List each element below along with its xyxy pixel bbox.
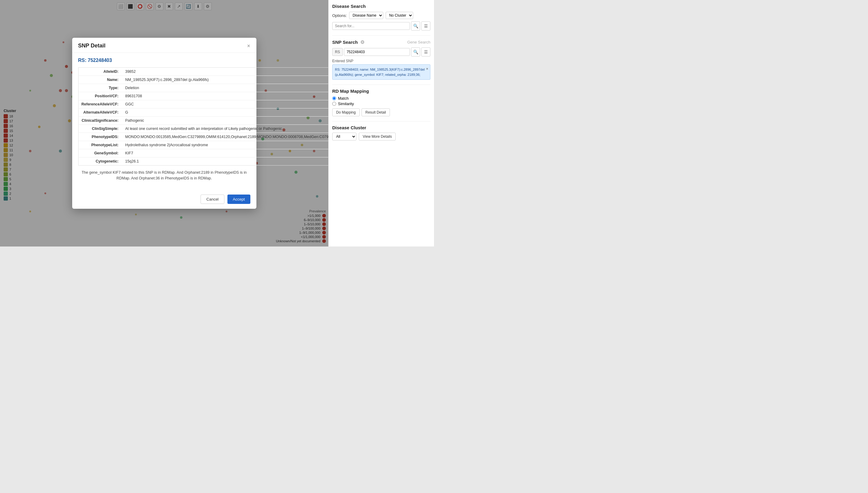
do-mapping-button[interactable]: Do Mapping [332, 108, 360, 116]
right-panel: Disease Search Options: Disease NameGene… [328, 0, 434, 246]
snp-close-icon[interactable]: × [426, 66, 428, 72]
modal-body: RS: 752248403 AlleleID:39852Name:NM_1985… [72, 53, 256, 191]
result-detail-button[interactable]: Result Detail [362, 108, 390, 116]
table-row: Type:Deletion [78, 84, 328, 92]
field-label: PhenotypeIDS: [78, 133, 122, 141]
canvas-area: ⬜ ⬛ ⭕ 🚫 ⚙ ✖ ↗ 🔄 ⬇ ⚙ [0, 0, 328, 246]
no-cluster-select[interactable]: No ClusterCluster 1Cluster 2 [386, 12, 413, 19]
disease-search-button[interactable]: 🔍 [411, 21, 420, 30]
table-row: ClinSigSimple:At least one current recor… [78, 125, 328, 133]
table-row: PhenotypeList:Hydrolethalus syndrome 2|A… [78, 141, 328, 149]
snp-text: RS: 752248403; name: NM_198525.3(KIF7):c… [335, 68, 425, 77]
disease-name-select[interactable]: Disease NameGene SymbolOrphanet ID [349, 12, 383, 19]
snp-search-title: SNP Search [332, 40, 358, 45]
entered-snp-label: Entered SNP [332, 59, 430, 63]
match-radio[interactable] [332, 97, 336, 100]
snp-input-row: RS 🔍 ☰ [332, 47, 430, 57]
options-row: Options: Disease NameGene SymbolOrphanet… [332, 12, 430, 19]
rdmap-section: RD Map Mapping Match Similarity Do Mappi… [332, 85, 430, 116]
field-label: AlternateAlleleVCF: [78, 108, 122, 116]
disease-search-input[interactable] [332, 22, 410, 30]
entered-snp-box: × RS: 752248403; name: NM_198525.3(KIF7)… [332, 64, 430, 80]
snp-search-section: SNP Search ⚙ Gene Search RS 🔍 ☰ Entered … [332, 35, 430, 80]
cluster-row: AllCluster 1Cluster 2 View More Details [332, 133, 430, 141]
disease-cluster-title: Disease Cluster [332, 125, 430, 130]
modal-title: SNP Detail [78, 43, 106, 49]
field-label: Name: [78, 76, 122, 84]
disease-cluster-section: Disease Cluster AllCluster 1Cluster 2 Vi… [332, 121, 430, 141]
table-row: GeneSymbol:KIF7 [78, 149, 328, 157]
accept-button[interactable]: Accept [227, 195, 251, 204]
field-value: MONDO:MONDO:0013585,MedGen:C3279899,OMIM… [122, 133, 328, 141]
snp-search-header: SNP Search ⚙ Gene Search [332, 39, 430, 45]
field-value: KIF7 [122, 149, 328, 157]
match-radio-row: Match [332, 96, 430, 101]
snp-list-button[interactable]: ☰ [421, 47, 430, 57]
table-row: AlleleID:39852 [78, 68, 328, 76]
rdmap-title: RD Map Mapping [332, 88, 430, 94]
field-value: 39852 [122, 68, 328, 76]
disease-search-section: Disease Search Options: Disease NameGene… [332, 4, 430, 30]
disease-list-button[interactable]: ☰ [421, 21, 430, 30]
field-label: ClinSigSimple: [78, 125, 122, 133]
info-text: The gene_symbol KIF7 related to this SNP… [78, 170, 251, 181]
field-label: Cytogenetic: [78, 157, 122, 166]
disease-search-row: 🔍 ☰ [332, 21, 430, 30]
detail-table: AlleleID:39852Name:NM_198525.3(KIF7):c.2… [78, 67, 329, 166]
options-label: Options: [332, 13, 347, 18]
rdmap-buttons: Do Mapping Result Detail [332, 108, 430, 116]
field-label: Type: [78, 84, 122, 92]
similarity-radio-row: Similarity [332, 102, 430, 106]
snp-input[interactable] [344, 48, 410, 56]
field-label: AlleleID: [78, 68, 122, 76]
table-row: PositionVCF:89631708 [78, 92, 328, 100]
field-value: Hydrolethalus syndrome 2|Acrocallosal sy… [122, 141, 328, 149]
field-value: At least one current record submitted wi… [122, 125, 328, 133]
detail-table-body: AlleleID:39852Name:NM_198525.3(KIF7):c.2… [78, 68, 328, 166]
field-label: GeneSymbol: [78, 149, 122, 157]
gene-search-link[interactable]: Gene Search [407, 40, 430, 44]
snp-prefix: RS [332, 48, 343, 56]
field-value: Pathogenic [122, 116, 328, 125]
modal-dialog: SNP Detail × RS: 752248403 AlleleID:3985… [72, 38, 256, 209]
table-row: AlternateAlleleVCF:G [78, 108, 328, 116]
table-row: Name:NM_198525.3(KIF7):c.2896_2897del (p… [78, 76, 328, 84]
field-value: 15q26.1 [122, 157, 328, 166]
snp-search-button[interactable]: 🔍 [411, 47, 420, 57]
similarity-radio[interactable] [332, 102, 336, 106]
field-label: PositionVCF: [78, 92, 122, 100]
snp-id: RS: 752248403 [78, 58, 251, 63]
table-row: PhenotypeIDS:MONDO:MONDO:0013585,MedGen:… [78, 133, 328, 141]
field-label: PhenotypeList: [78, 141, 122, 149]
table-row: Cytogenetic:15q26.1 [78, 157, 328, 166]
field-value: Deletion [122, 84, 328, 92]
match-label: Match [338, 96, 349, 101]
field-value: NM_198525.3(KIF7):c.2896_2897del (p.Ala9… [122, 76, 328, 84]
modal-close-button[interactable]: × [247, 43, 251, 49]
table-row: ReferenceAlleleVCF:GGC [78, 100, 328, 108]
field-value: G [122, 108, 328, 116]
cluster-select[interactable]: AllCluster 1Cluster 2 [332, 133, 356, 141]
snp-settings-icon[interactable]: ⚙ [360, 39, 365, 45]
cancel-button[interactable]: Cancel [200, 195, 224, 204]
modal-footer: Cancel Accept [72, 191, 256, 209]
field-value: GGC [122, 100, 328, 108]
field-value: 89631708 [122, 92, 328, 100]
field-label: ReferenceAlleleVCF: [78, 100, 122, 108]
table-row: ClinicalSignificance:Pathogenic [78, 116, 328, 125]
view-more-button[interactable]: View More Details [359, 133, 396, 141]
field-label: ClinicalSignificance: [78, 116, 122, 125]
disease-search-title: Disease Search [332, 4, 430, 9]
similarity-label: Similarity [338, 102, 354, 106]
modal-header: SNP Detail × [72, 38, 256, 53]
modal-overlay: SNP Detail × RS: 752248403 AlleleID:3985… [0, 0, 328, 246]
